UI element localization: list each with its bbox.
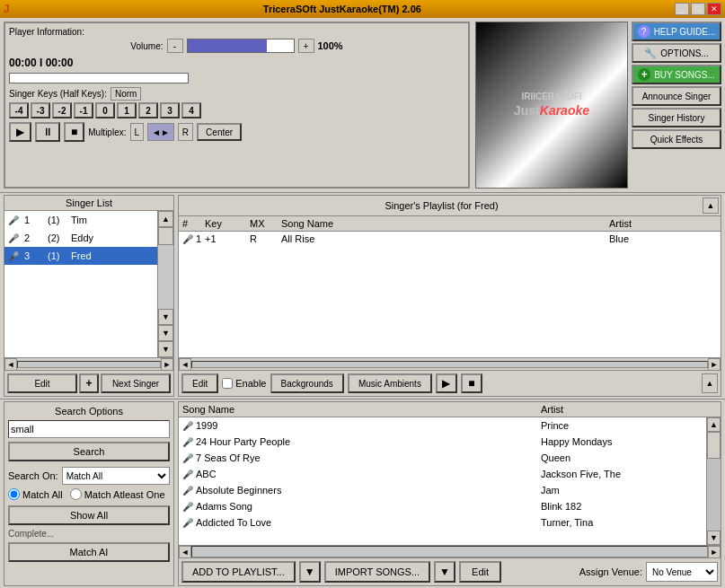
- search-input[interactable]: [8, 420, 170, 438]
- singer-add-button[interactable]: +: [79, 373, 99, 393]
- match-ai-button[interactable]: Match AI: [8, 542, 170, 562]
- singer-keys-label: Singer Keys (Half Keys):: [9, 89, 107, 99]
- key-minus3-button[interactable]: -3: [31, 102, 50, 118]
- next-singer-button[interactable]: Next Singer: [101, 373, 171, 393]
- songdb-row-7seas[interactable]: 🎤7 Seas Of Rye Queen: [179, 450, 706, 466]
- video-panel: IRIICERASOFI JustKaraoke: [475, 22, 628, 189]
- options-label: OPTIONS...: [660, 48, 708, 58]
- music-ambients-button[interactable]: Music Ambients: [348, 373, 432, 393]
- songdb-list: 🎤1999 Prince 🎤24 Hour Party People Happy…: [179, 417, 721, 545]
- playlist-row1-song: All Rise: [281, 233, 609, 244]
- multiplex-right-button[interactable]: R: [178, 123, 193, 141]
- logo-karaoke: Karaoke: [540, 103, 589, 118]
- multiplex-left-button[interactable]: L: [130, 123, 145, 141]
- songdb-edit-button[interactable]: Edit: [459, 561, 501, 583]
- singer-mic-icon-3: 🎤: [8, 251, 19, 261]
- singer-scroll-track: [158, 227, 173, 309]
- key-plus3-button[interactable]: 3: [160, 102, 180, 118]
- search-on-select[interactable]: Match All Song Name Artist: [62, 467, 170, 485]
- songdb-scroll-down[interactable]: ▼: [707, 531, 721, 545]
- songdb-song-absolute: 🎤Absolute Beginners: [182, 485, 541, 496]
- songdb-h-scroll-left[interactable]: ◄: [179, 546, 191, 558]
- songdb-row-1999[interactable]: 🎤1999 Prince: [179, 417, 706, 434]
- match-atleast-radio[interactable]: [70, 488, 82, 500]
- stop-button[interactable]: ■: [64, 122, 84, 142]
- singer-item-3[interactable]: 🎤 3 (1) Fred: [4, 247, 157, 265]
- backgrounds-button[interactable]: Backgrounds: [270, 373, 344, 393]
- center-button[interactable]: Center: [197, 123, 242, 141]
- play-button[interactable]: ▶: [9, 122, 31, 142]
- quick-effects-button[interactable]: Quick Effects: [632, 129, 721, 149]
- singer-scroll-up[interactable]: ▲: [158, 211, 173, 227]
- enable-checkbox[interactable]: [222, 378, 233, 389]
- singer-scroll-down-2[interactable]: ▼: [158, 325, 173, 341]
- songdb-row-24hour[interactable]: 🎤24 Hour Party People Happy Mondays: [179, 434, 706, 450]
- progress-bar[interactable]: [9, 73, 189, 83]
- playlist-header: Singer's Playlist (for Fred) ▲: [179, 196, 721, 216]
- playlist-edit-button[interactable]: Edit: [181, 373, 218, 393]
- singer-mic-icon-2: 🎤: [8, 233, 19, 243]
- song-mic-icon-3: 🎤: [182, 453, 193, 463]
- songdb-col-song-header: Song Name: [182, 404, 541, 415]
- singer-scroll-down-1[interactable]: ▼: [158, 309, 173, 325]
- key-minus4-button[interactable]: -4: [9, 102, 29, 118]
- import-songs-arrow[interactable]: ▼: [434, 561, 455, 583]
- key-plus2-button[interactable]: 2: [138, 102, 158, 118]
- app-icon: J: [4, 3, 10, 15]
- key-plus1-button[interactable]: 1: [117, 102, 137, 118]
- main-container: Player Information: Volume: - + 100% 00:…: [0, 18, 725, 588]
- playlist-stop-button[interactable]: ■: [461, 373, 482, 393]
- playlist-play-button[interactable]: ▶: [436, 373, 457, 393]
- playlist-right-scroll[interactable]: ▲: [702, 373, 718, 393]
- player-info-label: Player Information:: [9, 27, 464, 37]
- match-all-radio[interactable]: [8, 488, 20, 500]
- songdb-row-adams[interactable]: 🎤Adams Song Blink 182: [179, 498, 706, 514]
- show-all-button[interactable]: Show All: [8, 505, 170, 525]
- playlist-scroll-up[interactable]: ▲: [703, 197, 719, 214]
- songdb-row-addicted[interactable]: 🎤Addicted To Love Turner, Tina: [179, 514, 706, 531]
- singer-item-1[interactable]: 🎤 1 (1) Tim: [4, 211, 157, 229]
- volume-decrease-button[interactable]: -: [167, 39, 183, 53]
- songdb-row-abc[interactable]: 🎤ABC Jackson Five, The: [179, 466, 706, 482]
- maximize-button[interactable]: □: [691, 3, 705, 15]
- volume-slider[interactable]: [187, 39, 295, 53]
- close-button[interactable]: ✕: [707, 3, 721, 15]
- add-to-playlist-arrow[interactable]: ▼: [299, 561, 321, 583]
- key-plus4-button[interactable]: 4: [181, 102, 201, 118]
- buy-songs-label: BUY SONGS...: [654, 70, 715, 80]
- key-minus1-button[interactable]: -1: [74, 102, 93, 118]
- singer-scroll-down-3[interactable]: ▼: [158, 341, 173, 357]
- volume-increase-button[interactable]: +: [298, 39, 314, 53]
- import-songs-button[interactable]: IMPORT SONGS...: [324, 561, 430, 583]
- announce-singer-button[interactable]: Announce Singer: [632, 86, 721, 106]
- songdb-artist-addicted: Turner, Tina: [541, 517, 703, 528]
- songdb-row-absolute[interactable]: 🎤Absolute Beginners Jam: [179, 482, 706, 498]
- logo-tricerasoft: IRIICERASOFI: [514, 91, 589, 102]
- playlist-h-scroll-left[interactable]: ◄: [179, 358, 191, 371]
- search-button[interactable]: Search: [8, 442, 170, 461]
- singer-keys-row: Singer Keys (Half Keys): Norm: [9, 87, 464, 101]
- options-button[interactable]: 🔧 OPTIONS...: [632, 43, 721, 63]
- help-guide-button[interactable]: ? HELP GUIDE...: [632, 22, 721, 41]
- singer-h-scroll-right[interactable]: ►: [161, 358, 173, 371]
- singer-history-button[interactable]: Singer History: [632, 108, 721, 127]
- venue-select[interactable]: No Venue: [646, 562, 718, 582]
- multiplex-both-button[interactable]: ◄►: [147, 123, 174, 141]
- singer-edit-button[interactable]: Edit: [7, 373, 77, 393]
- songdb-scroll-up[interactable]: ▲: [707, 417, 721, 432]
- singer-name-3: Fred: [71, 250, 154, 261]
- key-minus2-button[interactable]: -2: [52, 102, 72, 118]
- key-0-button[interactable]: 0: [95, 102, 115, 118]
- minimize-button[interactable]: _: [675, 3, 689, 15]
- playlist-buttons: Edit Enable Backgrounds Music Ambients ▶…: [179, 370, 721, 396]
- songdb-h-scroll-right[interactable]: ►: [708, 546, 721, 558]
- singer-h-scroll-left[interactable]: ◄: [4, 358, 17, 371]
- add-to-playlist-button[interactable]: ADD TO PLAYLIST...: [181, 561, 296, 583]
- pause-button[interactable]: ⏸: [35, 122, 60, 142]
- singer-list-scroll-container: 🎤 1 (1) Tim 🎤 2 (2) Eddy 🎤: [4, 211, 173, 357]
- norm-button[interactable]: Norm: [111, 87, 141, 101]
- playlist-row-1[interactable]: 🎤1 +1 R All Rise Blue: [179, 232, 721, 246]
- buy-songs-button[interactable]: + BUY SONGS...: [632, 65, 721, 84]
- playlist-h-scroll-right[interactable]: ►: [708, 358, 721, 371]
- singer-item-2[interactable]: 🎤 2 (2) Eddy: [4, 229, 157, 247]
